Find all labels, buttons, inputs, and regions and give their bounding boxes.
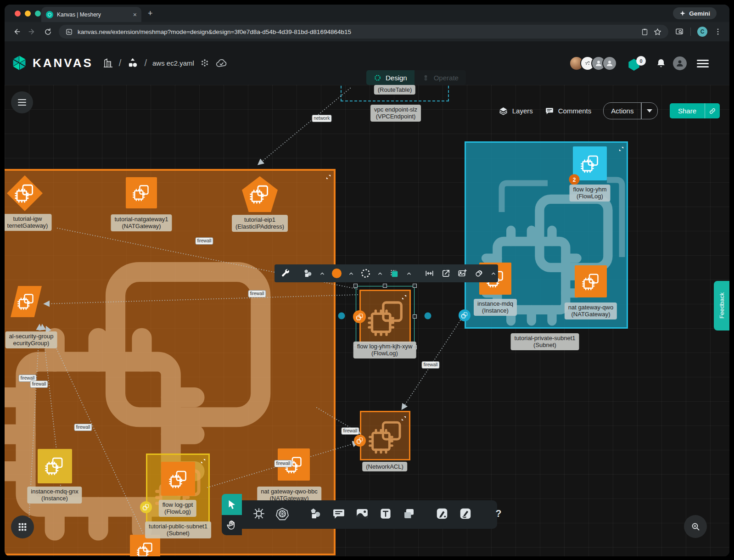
comment-tool-button[interactable] xyxy=(332,507,346,522)
layers-icon xyxy=(499,106,508,116)
gemini-button[interactable]: Gemini xyxy=(673,7,717,19)
gemini-label: Gemini xyxy=(689,10,710,17)
help-tool-button[interactable]: ? xyxy=(492,507,505,522)
instance-mdq-label: instance-mdq(Instance) xyxy=(474,299,517,316)
edge-label: firewall xyxy=(74,424,92,431)
save-icon[interactable] xyxy=(641,28,649,36)
feedback-tab[interactable]: Feedback xyxy=(714,281,729,330)
chevron-icon xyxy=(348,270,354,277)
edge-label: firewall xyxy=(274,460,292,467)
organization-icon[interactable] xyxy=(102,57,113,68)
zoom-search-button[interactable] xyxy=(684,515,707,538)
forward-button[interactable] xyxy=(28,27,37,36)
image-tool-button[interactable] xyxy=(355,507,369,522)
teal-square-tool-button[interactable] xyxy=(389,268,400,279)
pencil-tool-button[interactable] xyxy=(459,507,472,522)
note-tool-button[interactable] xyxy=(402,507,416,522)
breadcrumb-separator: / xyxy=(144,58,147,68)
text-tool-button[interactable] xyxy=(379,507,392,522)
kubernetes-tool-button[interactable] xyxy=(275,507,289,522)
new-tab-button[interactable]: + xyxy=(148,9,153,17)
share-link-button[interactable] xyxy=(705,107,720,115)
chevron-tool-button[interactable] xyxy=(490,270,497,277)
tab-search-icon[interactable] xyxy=(675,27,684,36)
collaborator-avatar[interactable] xyxy=(602,56,617,71)
canvas-controls: Layers Comments Actions Share xyxy=(499,102,720,119)
bookmark-star-icon[interactable] xyxy=(653,28,662,36)
tab-operate[interactable]: Operate xyxy=(415,70,466,85)
shapes-tool-button[interactable] xyxy=(303,268,313,279)
dashed-circle-tool-button[interactable] xyxy=(360,268,371,279)
browser-tab[interactable]: Kanvas | Meshery × xyxy=(41,7,141,22)
wrench-tool-button[interactable] xyxy=(280,268,291,279)
image-icon xyxy=(355,507,369,521)
layers-button[interactable]: Layers xyxy=(499,106,533,116)
url-field[interactable]: kanvas.new/extension/meshmap?mode=design… xyxy=(59,25,668,39)
security-group-label: al-security-groupecurityGroup) xyxy=(6,331,57,348)
design-canvas[interactable]: 2 (RouteTable)vpc endpoint-slz(VPCEndpoi… xyxy=(5,85,729,556)
dock-apps-button[interactable] xyxy=(11,515,34,538)
stack-icon xyxy=(474,268,484,279)
shapes-tool-button[interactable] xyxy=(308,507,322,522)
vpc-endpoint-label: vpc endpoint-slz(VPCEndpoint) xyxy=(370,105,421,122)
comments-button[interactable]: Comments xyxy=(545,106,592,116)
edge-label: network xyxy=(312,115,331,122)
export-tool-button[interactable] xyxy=(441,268,451,279)
tab-design[interactable]: Design xyxy=(366,70,415,85)
reload-button[interactable] xyxy=(43,27,52,36)
close-window-button[interactable] xyxy=(15,11,21,17)
tab-close-icon[interactable]: × xyxy=(133,11,137,18)
comment-icon xyxy=(332,507,346,521)
back-button[interactable] xyxy=(12,27,21,36)
user-avatar-button[interactable] xyxy=(673,56,687,70)
orange-dot-tool-button[interactable] xyxy=(331,268,342,279)
kanvas-logo-icon[interactable] xyxy=(11,55,27,71)
share-button[interactable]: Share xyxy=(670,103,720,118)
operate-label: Operate xyxy=(434,74,459,82)
image-add-tool-button[interactable] xyxy=(457,268,468,279)
url-text[interactable]: kanvas.new/extension/meshmap?mode=design… xyxy=(78,28,636,35)
chevron-icon xyxy=(319,270,325,277)
extension-icon[interactable] xyxy=(200,58,210,68)
chevron-tool-button[interactable] xyxy=(406,270,412,277)
design-filename[interactable]: aws ec2.yaml xyxy=(152,59,194,67)
resize-tool-button[interactable] xyxy=(424,268,435,279)
workspace-shapes-icon[interactable] xyxy=(127,57,139,69)
pan-tool-button[interactable] xyxy=(222,515,242,535)
chevron-icon xyxy=(406,270,412,277)
edge-label: firewall xyxy=(341,427,359,435)
browser-titlebar: Kanvas | Meshery × + Gemini xyxy=(5,5,729,22)
actions-button[interactable]: Actions xyxy=(603,102,658,119)
collaborator-avatars[interactable] xyxy=(569,56,617,71)
minimize-window-button[interactable] xyxy=(25,11,31,17)
circuit-tool-button[interactable] xyxy=(252,507,266,522)
pen-tool-button[interactable] xyxy=(435,507,449,522)
canvas-menu-button[interactable] xyxy=(11,91,33,113)
mode-toggle: Design Operate xyxy=(366,70,466,85)
comments-label: Comments xyxy=(558,107,592,115)
public-subnet-label: tutorial-public-subnet1(Subnet) xyxy=(145,521,211,538)
app-menu-icon[interactable] xyxy=(697,60,709,67)
browser-menu-icon[interactable] xyxy=(714,28,722,36)
chevron-tool-button[interactable] xyxy=(319,270,325,277)
site-info-icon[interactable] xyxy=(65,28,73,36)
design-label: Design xyxy=(386,74,407,82)
cloud-sync-icon[interactable] xyxy=(215,57,228,69)
chevron-tool-button[interactable] xyxy=(377,270,383,277)
select-tool-button[interactable] xyxy=(222,494,242,515)
text-icon xyxy=(379,507,392,521)
browser-profile-avatar[interactable]: C xyxy=(697,27,707,37)
chevron-tool-button[interactable] xyxy=(348,270,354,277)
session-badge[interactable]: 0 xyxy=(628,55,649,72)
chevron-icon xyxy=(377,270,383,277)
stack-tool-button[interactable] xyxy=(474,268,484,279)
pen-icon xyxy=(435,507,449,521)
session-count-badge: 0 xyxy=(636,56,646,66)
app-logo-text[interactable]: KANVAS xyxy=(33,56,93,70)
actions-dropdown-button[interactable] xyxy=(642,109,657,112)
maximize-window-button[interactable] xyxy=(35,11,41,17)
notifications-bell-icon[interactable] xyxy=(656,58,667,69)
feedback-label: Feedback xyxy=(718,292,725,319)
bottom-toolbar: ? xyxy=(222,494,497,535)
browser-window: Kanvas | Meshery × + Gemini kanvas.new/e… xyxy=(5,5,729,556)
